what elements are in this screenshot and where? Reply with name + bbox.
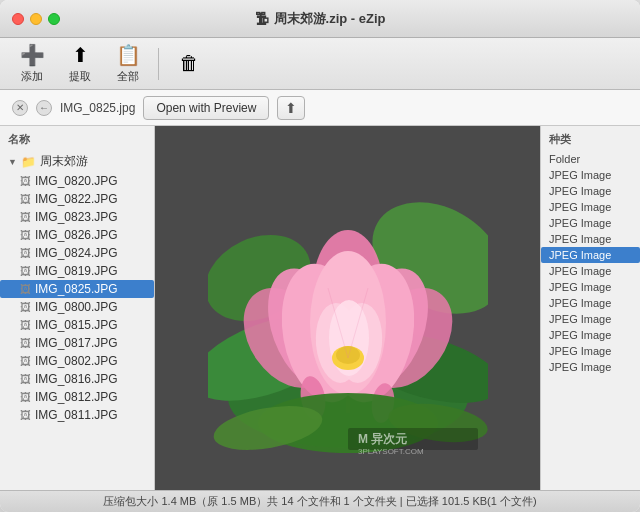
right-type-item[interactable]: JPEG Image	[541, 231, 640, 247]
right-type-item[interactable]: JPEG Image	[541, 199, 640, 215]
file-item-label: IMG_0820.JPG	[35, 174, 118, 188]
folder-arrow-icon: ▼	[8, 157, 17, 167]
sidebar-file-item[interactable]: 🖼IMG_0824.JPG	[0, 244, 154, 262]
traffic-lights	[12, 13, 60, 25]
file-icon: 🖼	[20, 391, 31, 403]
sidebar-file-item[interactable]: 🖼IMG_0820.JPG	[0, 172, 154, 190]
file-icon: 🖼	[20, 247, 31, 259]
file-item-label: IMG_0822.JPG	[35, 192, 118, 206]
open-with-preview-button[interactable]: Open with Preview	[143, 96, 269, 120]
file-item-label: IMG_0826.JPG	[35, 228, 118, 242]
sidebar-file-item[interactable]: 🖼IMG_0817.JPG	[0, 334, 154, 352]
right-type-item[interactable]: JPEG Image	[541, 183, 640, 199]
sidebar-file-list: 🖼IMG_0820.JPG🖼IMG_0822.JPG🖼IMG_0823.JPG🖼…	[0, 172, 154, 424]
file-icon: 🖼	[20, 265, 31, 277]
file-icon: 🖼	[20, 175, 31, 187]
trash-button[interactable]: 🗑	[167, 48, 211, 79]
file-list-sidebar: 名称 ▼ 📁 周末郊游 🖼IMG_0820.JPG🖼IMG_0822.JPG🖼I…	[0, 126, 155, 490]
right-type-item[interactable]: Folder	[541, 151, 640, 167]
file-icon: 🖼	[20, 193, 31, 205]
right-file-type-list: FolderJPEG ImageJPEG ImageJPEG ImageJPEG…	[541, 151, 640, 375]
main-window: 🗜 周末郊游.zip - eZip ➕ 添加 ⬆ 提取 📋 全部 🗑 ✕ ← I…	[0, 0, 640, 512]
extract-button[interactable]: ⬆ 提取	[58, 39, 102, 88]
sidebar-header: 名称	[0, 126, 154, 151]
preview-image: M 异次元 3PLAYSOFT.COM	[208, 158, 488, 458]
sidebar-file-item[interactable]: 🖼IMG_0816.JPG	[0, 370, 154, 388]
right-type-item[interactable]: JPEG Image	[541, 343, 640, 359]
file-icon: 🖼	[20, 337, 31, 349]
file-item-label: IMG_0816.JPG	[35, 372, 118, 386]
sidebar-file-item[interactable]: 🖼IMG_0823.JPG	[0, 208, 154, 226]
file-item-label: IMG_0825.JPG	[35, 282, 118, 296]
file-item-label: IMG_0823.JPG	[35, 210, 118, 224]
sidebar-file-item[interactable]: 🖼IMG_0822.JPG	[0, 190, 154, 208]
right-type-item[interactable]: JPEG Image	[541, 311, 640, 327]
right-type-item[interactable]: JPEG Image	[541, 279, 640, 295]
right-type-item[interactable]: JPEG Image	[541, 295, 640, 311]
file-icon: 🖼	[20, 319, 31, 331]
type-list-sidebar: 种类 FolderJPEG ImageJPEG ImageJPEG ImageJ…	[540, 126, 640, 490]
preview-close-button[interactable]: ✕	[12, 100, 28, 116]
file-icon: 🖼	[20, 283, 31, 295]
sidebar-file-item[interactable]: 🖼IMG_0825.JPG	[0, 280, 154, 298]
folder-label: 周末郊游	[40, 153, 88, 170]
sidebar-file-item[interactable]: 🖼IMG_0802.JPG	[0, 352, 154, 370]
right-sidebar-header: 种类	[541, 126, 640, 151]
sidebar-file-item[interactable]: 🖼IMG_0811.JPG	[0, 406, 154, 424]
add-icon: ➕	[20, 43, 45, 67]
trash-icon: 🗑	[179, 52, 199, 75]
preview-bar: ✕ ← IMG_0825.jpg Open with Preview ⬆	[0, 90, 640, 126]
maximize-button[interactable]	[48, 13, 60, 25]
file-icon: 🖼	[20, 301, 31, 313]
right-type-item[interactable]: JPEG Image	[541, 327, 640, 343]
status-bar: 压缩包大小 1.4 MB（原 1.5 MB）共 14 个文件和 1 个文件夹 |…	[0, 490, 640, 512]
preview-area: M 异次元 3PLAYSOFT.COM	[155, 126, 540, 490]
svg-text:3PLAYSOFT.COM: 3PLAYSOFT.COM	[358, 447, 424, 456]
right-type-item[interactable]: JPEG Image	[541, 215, 640, 231]
folder-item[interactable]: ▼ 📁 周末郊游	[0, 151, 154, 172]
file-icon: 🖼	[20, 373, 31, 385]
file-item-label: IMG_0812.JPG	[35, 390, 118, 404]
window-title: 🗜 周末郊游.zip - eZip	[255, 10, 386, 28]
file-icon: 🖼	[20, 355, 31, 367]
add-label: 添加	[21, 69, 43, 84]
share-button[interactable]: ⬆	[277, 96, 305, 120]
sidebar-file-item[interactable]: 🖼IMG_0826.JPG	[0, 226, 154, 244]
sidebar-file-item[interactable]: 🖼IMG_0812.JPG	[0, 388, 154, 406]
share-icon: ⬆	[285, 100, 297, 116]
svg-text:M 异次元: M 异次元	[358, 432, 407, 446]
file-item-label: IMG_0802.JPG	[35, 354, 118, 368]
file-item-label: IMG_0824.JPG	[35, 246, 118, 260]
all-label: 全部	[117, 69, 139, 84]
status-text: 压缩包大小 1.4 MB（原 1.5 MB）共 14 个文件和 1 个文件夹 |…	[103, 494, 536, 509]
right-type-item[interactable]: JPEG Image	[541, 359, 640, 375]
extract-icon: ⬆	[72, 43, 89, 67]
right-type-item[interactable]: JPEG Image	[541, 167, 640, 183]
close-button[interactable]	[12, 13, 24, 25]
file-item-label: IMG_0819.JPG	[35, 264, 118, 278]
preview-nav-button[interactable]: ←	[36, 100, 52, 116]
title-bar: 🗜 周末郊游.zip - eZip	[0, 0, 640, 38]
add-button[interactable]: ➕ 添加	[10, 39, 54, 88]
sidebar-file-item[interactable]: 🖼IMG_0800.JPG	[0, 298, 154, 316]
file-icon: 🖼	[20, 211, 31, 223]
preview-filename: IMG_0825.jpg	[60, 101, 135, 115]
minimize-button[interactable]	[30, 13, 42, 25]
all-icon: 📋	[116, 43, 141, 67]
zip-icon: 🗜	[255, 11, 269, 27]
folder-icon: 📁	[21, 155, 36, 169]
all-button[interactable]: 📋 全部	[106, 39, 150, 88]
toolbar: ➕ 添加 ⬆ 提取 📋 全部 🗑	[0, 38, 640, 90]
svg-point-18	[336, 346, 360, 364]
toolbar-separator	[158, 48, 159, 80]
file-icon: 🖼	[20, 229, 31, 241]
right-type-item[interactable]: JPEG Image	[541, 263, 640, 279]
file-item-label: IMG_0817.JPG	[35, 336, 118, 350]
right-type-item[interactable]: JPEG Image	[541, 247, 640, 263]
extract-label: 提取	[69, 69, 91, 84]
sidebar-file-item[interactable]: 🖼IMG_0819.JPG	[0, 262, 154, 280]
file-item-label: IMG_0811.JPG	[35, 408, 118, 422]
file-icon: 🖼	[20, 409, 31, 421]
sidebar-file-item[interactable]: 🖼IMG_0815.JPG	[0, 316, 154, 334]
main-content: 名称 ▼ 📁 周末郊游 🖼IMG_0820.JPG🖼IMG_0822.JPG🖼I…	[0, 126, 640, 490]
